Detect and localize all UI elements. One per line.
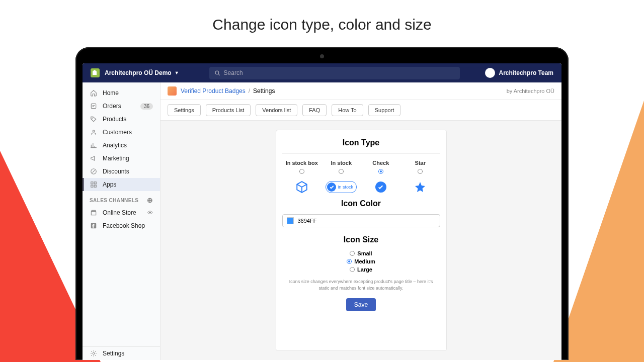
svg-rect-6 xyxy=(91,182,93,184)
store-icon xyxy=(90,209,98,217)
color-swatch xyxy=(287,217,294,224)
svg-line-1 xyxy=(218,74,220,75)
breadcrumb: Verified Product Badges / Settings by Ar… xyxy=(160,82,561,100)
sidebar-item-discounts[interactable]: Discounts xyxy=(83,165,160,178)
content: Verified Product Badges / Settings by Ar… xyxy=(160,82,561,360)
radio-in-stock[interactable] xyxy=(339,169,344,174)
preview-check-icon xyxy=(361,180,401,194)
search-placeholder: Search xyxy=(224,69,243,76)
shopify-logo-icon xyxy=(91,68,100,77)
sidebar: Home Orders36 Products Customers Analyti… xyxy=(83,82,160,360)
svg-point-3 xyxy=(92,118,93,118)
facebook-icon xyxy=(90,222,98,230)
orders-badge: 36 xyxy=(140,103,153,110)
icon-color-title: Icon Color xyxy=(282,199,440,208)
size-option-medium[interactable]: Medium xyxy=(347,258,375,264)
divider xyxy=(282,153,440,154)
sidebar-section-sales-channels: SALES CHANNELS⊕ xyxy=(83,191,160,206)
main: Home Orders36 Products Customers Analyti… xyxy=(83,82,561,360)
breadcrumb-by: by Architechpro OÜ xyxy=(507,88,554,94)
orders-icon xyxy=(90,102,98,110)
tab-products-list[interactable]: Products List xyxy=(206,104,251,116)
search-icon xyxy=(214,70,221,76)
camera-dot xyxy=(320,54,324,58)
team-menu[interactable]: Architechpro Team xyxy=(485,68,553,78)
analytics-icon xyxy=(90,141,98,149)
svg-point-4 xyxy=(93,130,95,132)
customers-icon xyxy=(90,128,98,136)
tab-faq[interactable]: FAQ xyxy=(302,104,327,116)
radio-check[interactable] xyxy=(378,169,383,174)
app-badge-icon xyxy=(168,86,177,96)
breadcrumb-sep: / xyxy=(249,87,250,95)
save-bar: Save xyxy=(282,298,440,311)
megaphone-icon xyxy=(90,154,98,162)
team-name: Architechpro Team xyxy=(499,69,553,76)
breadcrumb-app[interactable]: Verified Product Badges xyxy=(181,87,246,95)
panel-wrap: Icon Type In stock box In stock xyxy=(160,121,561,360)
icon-size-title: Icon Size xyxy=(282,235,440,244)
size-options: Small Medium Large xyxy=(282,250,440,273)
size-option-small[interactable]: Small xyxy=(350,250,372,256)
discount-icon xyxy=(90,167,98,175)
size-option-large[interactable]: Large xyxy=(350,266,372,273)
tab-vendors-list[interactable]: Vendors list xyxy=(256,104,297,116)
icon-type-options: In stock box In stock in stock xyxy=(282,160,440,194)
search-input[interactable]: Search xyxy=(209,67,460,79)
size-note: Icons size changes everywhere excepting … xyxy=(282,277,440,293)
icon-type-option-box: In stock box xyxy=(282,160,322,194)
settings-panel: Icon Type In stock box In stock xyxy=(276,130,447,351)
tab-how-to[interactable]: How To xyxy=(332,104,363,116)
laptop-frame: Architechpro OÜ Demo ▼ Search Architechp… xyxy=(75,47,569,360)
sidebar-item-customers[interactable]: Customers xyxy=(83,126,160,139)
apps-icon xyxy=(90,180,98,189)
breadcrumb-page: Settings xyxy=(253,87,275,95)
sidebar-item-products[interactable]: Products xyxy=(83,113,160,126)
sidebar-item-settings[interactable]: Settings xyxy=(83,346,160,360)
topbar: Architechpro OÜ Demo ▼ Search Architechp… xyxy=(83,63,561,82)
radio-in-stock-box[interactable] xyxy=(299,169,304,174)
svg-rect-8 xyxy=(91,185,93,187)
eye-icon[interactable]: 👁 xyxy=(147,210,153,216)
svg-point-11 xyxy=(93,352,95,354)
tab-support[interactable]: Support xyxy=(368,104,401,116)
page-heading: Change icon type, color and size xyxy=(0,0,644,47)
preview-star-icon xyxy=(400,180,440,194)
sidebar-item-home[interactable]: Home xyxy=(83,86,160,100)
sidebar-item-analytics[interactable]: Analytics xyxy=(83,139,160,152)
svg-rect-2 xyxy=(91,104,96,108)
sidebar-item-marketing[interactable]: Marketing xyxy=(83,152,160,165)
svg-rect-7 xyxy=(94,182,96,184)
save-button[interactable]: Save xyxy=(346,298,376,311)
svg-point-0 xyxy=(215,71,219,74)
tag-icon xyxy=(90,115,98,123)
color-value: 3694FF xyxy=(298,218,317,224)
sidebar-item-orders[interactable]: Orders36 xyxy=(83,100,160,113)
avatar-icon xyxy=(485,68,495,78)
svg-rect-9 xyxy=(94,185,96,187)
caret-down-icon[interactable]: ▼ xyxy=(175,70,179,75)
tabs: Settings Products List Vendors list FAQ … xyxy=(160,100,561,121)
sidebar-item-apps[interactable]: Apps xyxy=(83,178,160,191)
gear-icon xyxy=(90,349,98,357)
preview-box-icon xyxy=(282,180,322,194)
home-icon xyxy=(90,89,98,97)
radio-star[interactable] xyxy=(418,169,423,174)
icon-type-title: Icon Type xyxy=(282,138,440,147)
icon-type-option-check: Check xyxy=(361,160,401,194)
icon-type-option-star: Star xyxy=(400,160,440,194)
screen: Architechpro OÜ Demo ▼ Search Architechp… xyxy=(83,63,561,360)
icon-type-option-instock: In stock in stock xyxy=(321,160,361,194)
sidebar-item-facebook-shop[interactable]: Facebook Shop xyxy=(83,219,160,232)
sidebar-item-online-store[interactable]: Online Store👁 xyxy=(83,206,160,219)
color-input[interactable]: 3694FF xyxy=(282,214,440,227)
store-name[interactable]: Architechpro OÜ Demo xyxy=(105,69,172,76)
plus-icon[interactable]: ⊕ xyxy=(147,196,153,204)
tab-settings[interactable]: Settings xyxy=(168,104,201,116)
preview-pill-icon: in stock xyxy=(321,180,361,194)
